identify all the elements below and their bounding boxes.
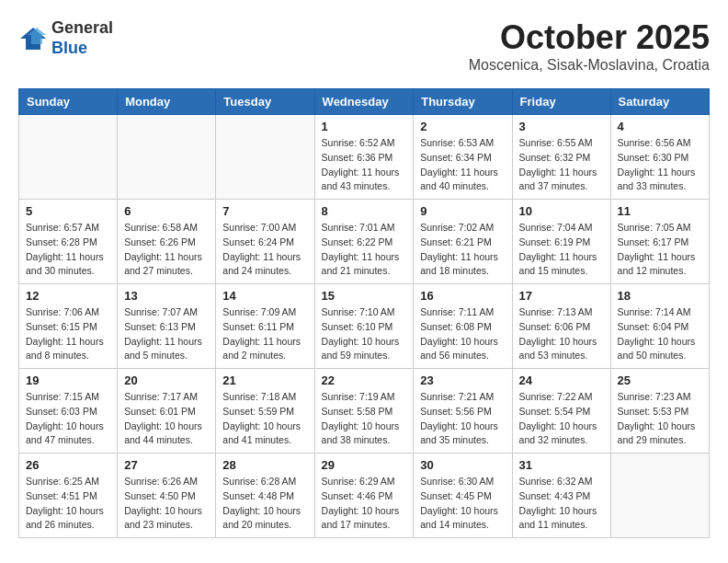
weekday-header-friday: Friday: [512, 89, 610, 115]
day-info: Sunrise: 7:22 AM Sunset: 5:54 PM Dayligh…: [519, 390, 604, 448]
calendar-cell: 28Sunrise: 6:28 AM Sunset: 4:48 PM Dayli…: [216, 454, 314, 538]
calendar-cell: 2Sunrise: 6:53 AM Sunset: 6:34 PM Daylig…: [414, 115, 512, 200]
calendar-cell: 4Sunrise: 6:56 AM Sunset: 6:30 PM Daylig…: [610, 115, 709, 200]
day-info: Sunrise: 7:19 AM Sunset: 5:58 PM Dayligh…: [322, 390, 407, 448]
day-info: Sunrise: 7:21 AM Sunset: 5:56 PM Dayligh…: [420, 390, 505, 448]
calendar-cell: 14Sunrise: 7:09 AM Sunset: 6:11 PM Dayli…: [216, 284, 314, 369]
location-subtitle: Moscenica, Sisak-Moslavina, Croatia: [469, 57, 710, 74]
day-info: Sunrise: 7:11 AM Sunset: 6:08 PM Dayligh…: [420, 305, 505, 363]
day-number: 23: [420, 373, 505, 387]
logo-general-text: General: [51, 18, 113, 39]
calendar-table: SundayMondayTuesdayWednesdayThursdayFrid…: [18, 88, 710, 538]
logo-icon: [18, 26, 48, 52]
calendar-cell: 17Sunrise: 7:13 AM Sunset: 6:06 PM Dayli…: [512, 284, 610, 369]
logo: General Blue: [18, 18, 113, 58]
weekday-header-wednesday: Wednesday: [314, 89, 414, 115]
calendar-cell: [118, 115, 216, 200]
day-number: 31: [519, 458, 604, 472]
calendar-cell: 10Sunrise: 7:04 AM Sunset: 6:19 PM Dayli…: [512, 200, 610, 284]
day-info: Sunrise: 6:32 AM Sunset: 4:43 PM Dayligh…: [519, 475, 604, 533]
calendar-cell: 12Sunrise: 7:06 AM Sunset: 6:15 PM Dayli…: [19, 284, 118, 369]
weekday-header-saturday: Saturday: [610, 89, 709, 115]
day-number: 30: [420, 458, 505, 472]
calendar-cell: 22Sunrise: 7:19 AM Sunset: 5:58 PM Dayli…: [314, 369, 414, 454]
weekday-header-thursday: Thursday: [414, 89, 512, 115]
calendar-cell: 7Sunrise: 7:00 AM Sunset: 6:24 PM Daylig…: [216, 200, 314, 284]
day-number: 24: [519, 373, 604, 387]
day-info: Sunrise: 7:01 AM Sunset: 6:22 PM Dayligh…: [322, 221, 407, 279]
calendar-cell: [216, 115, 314, 200]
calendar-cell: 23Sunrise: 7:21 AM Sunset: 5:56 PM Dayli…: [414, 369, 512, 454]
calendar-cell: 25Sunrise: 7:23 AM Sunset: 5:53 PM Dayli…: [610, 369, 709, 454]
calendar-cell: 20Sunrise: 7:17 AM Sunset: 6:01 PM Dayli…: [118, 369, 216, 454]
day-number: 17: [519, 289, 604, 303]
logo-blue-text: Blue: [51, 39, 113, 59]
day-info: Sunrise: 7:15 AM Sunset: 6:03 PM Dayligh…: [26, 390, 110, 448]
calendar-cell: 26Sunrise: 6:25 AM Sunset: 4:51 PM Dayli…: [19, 454, 118, 538]
day-number: 13: [124, 289, 209, 303]
day-info: Sunrise: 6:53 AM Sunset: 6:34 PM Dayligh…: [420, 136, 505, 194]
calendar-cell: 5Sunrise: 6:57 AM Sunset: 6:28 PM Daylig…: [19, 200, 118, 284]
calendar-cell: 18Sunrise: 7:14 AM Sunset: 6:04 PM Dayli…: [610, 284, 709, 369]
title-section: October 2025 Moscenica, Sisak-Moslavina,…: [469, 18, 710, 74]
day-number: 19: [26, 373, 110, 387]
weekday-header-monday: Monday: [118, 89, 216, 115]
weekday-header-tuesday: Tuesday: [216, 89, 314, 115]
day-number: 15: [322, 289, 407, 303]
calendar-cell: 16Sunrise: 7:11 AM Sunset: 6:08 PM Dayli…: [414, 284, 512, 369]
day-number: 22: [322, 373, 407, 387]
calendar-cell: 31Sunrise: 6:32 AM Sunset: 4:43 PM Dayli…: [512, 454, 610, 538]
calendar-cell: 27Sunrise: 6:26 AM Sunset: 4:50 PM Dayli…: [118, 454, 216, 538]
calendar-cell: 11Sunrise: 7:05 AM Sunset: 6:17 PM Dayli…: [610, 200, 709, 284]
day-number: 12: [26, 289, 110, 303]
day-number: 28: [222, 458, 307, 472]
calendar-cell: 6Sunrise: 6:58 AM Sunset: 6:26 PM Daylig…: [118, 200, 216, 284]
week-row-5: 26Sunrise: 6:25 AM Sunset: 4:51 PM Dayli…: [19, 454, 710, 538]
day-number: 14: [222, 289, 307, 303]
month-title: October 2025: [469, 18, 710, 57]
day-info: Sunrise: 6:57 AM Sunset: 6:28 PM Dayligh…: [26, 221, 110, 279]
calendar-cell: 9Sunrise: 7:02 AM Sunset: 6:21 PM Daylig…: [414, 200, 512, 284]
day-info: Sunrise: 7:17 AM Sunset: 6:01 PM Dayligh…: [124, 390, 209, 448]
calendar-cell: 13Sunrise: 7:07 AM Sunset: 6:13 PM Dayli…: [118, 284, 216, 369]
calendar-cell: 30Sunrise: 6:30 AM Sunset: 4:45 PM Dayli…: [414, 454, 512, 538]
day-info: Sunrise: 6:52 AM Sunset: 6:36 PM Dayligh…: [322, 136, 407, 194]
calendar-cell: 29Sunrise: 6:29 AM Sunset: 4:46 PM Dayli…: [314, 454, 414, 538]
day-info: Sunrise: 7:13 AM Sunset: 6:06 PM Dayligh…: [519, 305, 604, 363]
week-row-3: 12Sunrise: 7:06 AM Sunset: 6:15 PM Dayli…: [19, 284, 710, 369]
calendar-cell: 24Sunrise: 7:22 AM Sunset: 5:54 PM Dayli…: [512, 369, 610, 454]
week-row-2: 5Sunrise: 6:57 AM Sunset: 6:28 PM Daylig…: [19, 200, 710, 284]
day-info: Sunrise: 7:05 AM Sunset: 6:17 PM Dayligh…: [618, 221, 702, 279]
day-info: Sunrise: 7:14 AM Sunset: 6:04 PM Dayligh…: [618, 305, 702, 363]
calendar-cell: 8Sunrise: 7:01 AM Sunset: 6:22 PM Daylig…: [314, 200, 414, 284]
day-number: 2: [420, 120, 505, 133]
day-info: Sunrise: 7:23 AM Sunset: 5:53 PM Dayligh…: [618, 390, 702, 448]
day-info: Sunrise: 7:07 AM Sunset: 6:13 PM Dayligh…: [124, 305, 209, 363]
day-number: 25: [618, 373, 702, 387]
day-info: Sunrise: 7:06 AM Sunset: 6:15 PM Dayligh…: [26, 305, 110, 363]
day-number: 9: [420, 204, 505, 218]
day-number: 29: [322, 458, 407, 472]
calendar-cell: 15Sunrise: 7:10 AM Sunset: 6:10 PM Dayli…: [314, 284, 414, 369]
weekday-header-sunday: Sunday: [19, 89, 118, 115]
day-number: 7: [222, 204, 307, 218]
calendar-cell: 21Sunrise: 7:18 AM Sunset: 5:59 PM Dayli…: [216, 369, 314, 454]
day-number: 4: [618, 120, 702, 133]
day-number: 11: [618, 204, 702, 218]
day-number: 5: [26, 204, 110, 218]
day-info: Sunrise: 7:10 AM Sunset: 6:10 PM Dayligh…: [322, 305, 407, 363]
calendar-cell: 19Sunrise: 7:15 AM Sunset: 6:03 PM Dayli…: [19, 369, 118, 454]
calendar-cell: [610, 454, 709, 538]
day-info: Sunrise: 6:26 AM Sunset: 4:50 PM Dayligh…: [124, 475, 209, 533]
day-info: Sunrise: 7:02 AM Sunset: 6:21 PM Dayligh…: [420, 221, 505, 279]
day-info: Sunrise: 7:09 AM Sunset: 6:11 PM Dayligh…: [222, 305, 307, 363]
day-number: 18: [618, 289, 702, 303]
day-number: 21: [222, 373, 307, 387]
day-info: Sunrise: 7:00 AM Sunset: 6:24 PM Dayligh…: [222, 221, 307, 279]
day-number: 26: [26, 458, 110, 472]
day-info: Sunrise: 6:58 AM Sunset: 6:26 PM Dayligh…: [124, 221, 209, 279]
page-header: General Blue October 2025 Moscenica, Sis…: [18, 18, 710, 74]
weekday-header-row: SundayMondayTuesdayWednesdayThursdayFrid…: [19, 89, 710, 115]
week-row-4: 19Sunrise: 7:15 AM Sunset: 6:03 PM Dayli…: [19, 369, 710, 454]
day-info: Sunrise: 6:30 AM Sunset: 4:45 PM Dayligh…: [420, 475, 505, 533]
